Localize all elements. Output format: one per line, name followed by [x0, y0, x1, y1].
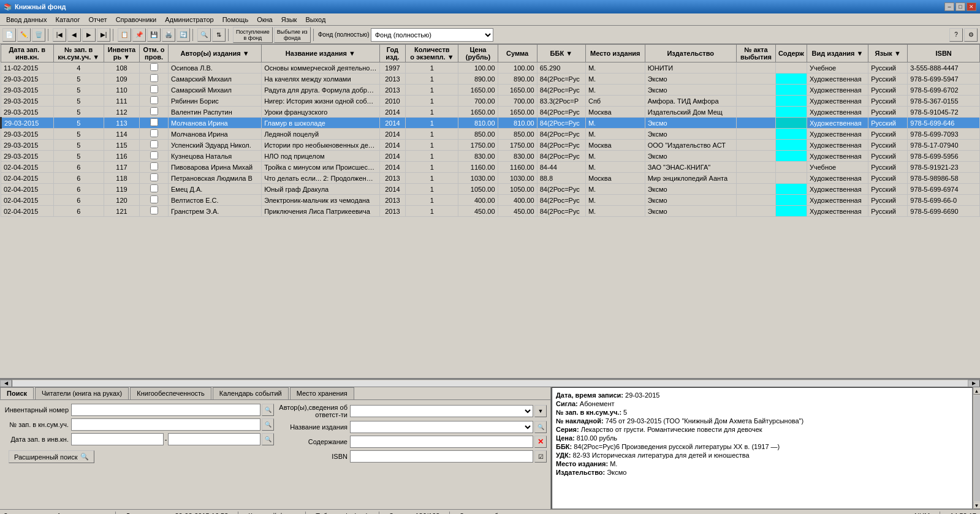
menu-item-data[interactable]: Ввод данных: [2, 15, 51, 25]
date-to-input[interactable]: [168, 433, 260, 445]
author-combo[interactable]: [350, 405, 533, 417]
col-price[interactable]: Цена(рубль): [458, 45, 498, 62]
row-checkbox[interactable]: [150, 140, 158, 148]
col-inv[interactable]: Инвентарь ▼: [104, 45, 139, 62]
col-lang[interactable]: Язык ▼: [868, 45, 908, 62]
menu-item-help[interactable]: Помощь: [219, 15, 253, 25]
paste-btn[interactable]: 📌: [132, 28, 146, 42]
menu-item-report[interactable]: Отчет: [85, 15, 111, 25]
table-row[interactable]: 29-03-20155113Молчанова ИринаГламур в шо…: [1, 118, 980, 129]
author-search-btn[interactable]: ▼: [534, 405, 547, 417]
row-checkbox[interactable]: [150, 118, 158, 126]
row-checkbox[interactable]: [150, 107, 158, 115]
tab-readers[interactable]: Читатели (книга на руках): [35, 387, 129, 399]
tab-search[interactable]: Поиск: [0, 387, 34, 399]
inv-input[interactable]: [71, 404, 260, 416]
row-checkbox[interactable]: [150, 173, 158, 181]
delete-btn[interactable]: 🗑️: [32, 28, 45, 42]
table-row[interactable]: 29-03-20155116Кузнецова НатальяНЛО под п…: [1, 151, 980, 162]
col-year[interactable]: Годизд.: [379, 45, 406, 62]
scroll-left-btn[interactable]: ◀: [0, 380, 12, 387]
content-input[interactable]: [350, 436, 533, 448]
table-row[interactable]: 29-03-20155114Молчанова ИринаЛедяной поц…: [1, 129, 980, 140]
col-qty[interactable]: Количество экземпл. ▼: [406, 45, 458, 62]
menu-item-lang[interactable]: Язык: [278, 15, 301, 25]
row-checkbox[interactable]: [150, 151, 158, 159]
row-checkbox[interactable]: [150, 74, 158, 82]
table-row[interactable]: 11-02-20154108Осипова Л.В.Основы коммерч…: [1, 62, 980, 74]
filter-btn[interactable]: 🔍: [197, 28, 211, 42]
col-isbn[interactable]: ISBN: [908, 45, 980, 62]
menu-item-catalog[interactable]: Каталог: [52, 15, 84, 25]
col-author[interactable]: Автор(ы) издания ▼: [169, 45, 262, 62]
row-checkbox[interactable]: [150, 85, 158, 93]
prev-btn[interactable]: ◀: [67, 28, 81, 42]
content-delete-btn[interactable]: ✕: [534, 436, 547, 448]
row-checkbox[interactable]: [150, 195, 158, 203]
isbn-input[interactable]: [350, 450, 533, 463]
copy-btn[interactable]: 📋: [118, 28, 131, 42]
col-bbk[interactable]: ББК ▼: [537, 45, 585, 62]
table-row[interactable]: 29-03-20155112Валентин РаспутинУроки фра…: [1, 107, 980, 118]
table-row[interactable]: 02-04-20156118Петрановская Людмила ВЧто …: [1, 173, 980, 184]
incoming-btn[interactable]: Поступление в фонд: [233, 27, 273, 43]
refresh-btn[interactable]: 🔄: [177, 28, 190, 42]
table-row[interactable]: 29-03-20155109Самарский МихаилНа качелях…: [1, 74, 980, 85]
rec-search-btn[interactable]: 🔍: [262, 418, 274, 431]
last-btn[interactable]: ▶|: [97, 28, 110, 42]
tab-book-supply[interactable]: Книгообеспеченность: [130, 387, 211, 399]
row-checkbox[interactable]: [150, 184, 158, 192]
menu-item-admin[interactable]: Администратор: [161, 15, 217, 25]
col-place[interactable]: Место издания: [585, 45, 645, 62]
tab-location[interactable]: Место хранения: [290, 387, 354, 399]
scroll-up-btn[interactable]: ▲: [973, 387, 981, 395]
date-search-btn[interactable]: 🔍: [262, 433, 274, 445]
menu-item-windows[interactable]: Окна: [253, 15, 276, 25]
col-publisher[interactable]: Издательство: [645, 45, 736, 62]
col-rec[interactable]: № зап. вкн.сум.уч. ▼: [53, 45, 104, 62]
col-act[interactable]: № актавыбытия: [736, 45, 775, 62]
menu-item-references[interactable]: Справочники: [112, 15, 161, 25]
help-icon[interactable]: ?: [949, 28, 963, 42]
title-search-btn[interactable]: 🔍: [534, 421, 547, 433]
table-row[interactable]: 29-03-20155115Успенский Эдуард Никол.Ист…: [1, 140, 980, 151]
edit-btn[interactable]: ✏️: [17, 28, 31, 42]
date-from-input[interactable]: [71, 433, 164, 445]
print-btn[interactable]: 🖨️: [162, 28, 175, 42]
scroll-right-btn[interactable]: ▶: [968, 380, 980, 387]
minimize-button[interactable]: –: [944, 2, 954, 11]
fund-dropdown[interactable]: Фонд (полностью): [371, 28, 493, 42]
tab-calendar[interactable]: Календарь событий: [213, 387, 289, 399]
maximize-button[interactable]: □: [955, 2, 965, 11]
isbn-check-btn[interactable]: ☑: [534, 450, 547, 463]
next-btn[interactable]: ▶: [82, 28, 96, 42]
outgoing-btn[interactable]: Выбытие из фонда: [274, 27, 311, 43]
title-combo[interactable]: [350, 421, 533, 433]
table-row[interactable]: 29-03-20155110Самарский МихаилРадуга для…: [1, 85, 980, 96]
col-content[interactable]: Содерж: [775, 45, 807, 62]
table-row[interactable]: 02-04-20156120Велтистов Е.С.Электроник-м…: [1, 195, 980, 206]
info-scrollbar[interactable]: ▲ ▼: [973, 387, 980, 509]
col-check[interactable]: Отм. опров.: [140, 45, 169, 62]
inv-search-btn[interactable]: 🔍: [262, 404, 274, 416]
data-table-container[interactable]: Дата зап. винв.кн. № зап. вкн.сум.уч. ▼ …: [0, 44, 980, 379]
table-row[interactable]: 02-04-20156119Емец Д.А.Юный граф Дракула…: [1, 184, 980, 195]
settings-icon[interactable]: ⚙: [964, 28, 978, 42]
row-checkbox[interactable]: [150, 162, 158, 170]
table-row[interactable]: 02-04-20156121Гранстрем Э.А.Приключения …: [1, 206, 980, 217]
col-title[interactable]: Название издания ▼: [262, 45, 379, 62]
col-type[interactable]: Вид издания ▼: [807, 45, 868, 62]
scroll-down-btn[interactable]: ▼: [973, 502, 981, 509]
sort-btn[interactable]: ⇅: [212, 28, 226, 42]
menu-item-exit[interactable]: Выход: [302, 15, 329, 25]
first-btn[interactable]: |◀: [53, 28, 66, 42]
row-checkbox[interactable]: [150, 63, 158, 71]
new-record-btn[interactable]: 📄: [2, 28, 16, 42]
save-btn[interactable]: 💾: [147, 28, 161, 42]
advanced-search-button[interactable]: Расширенный поиск 🔍: [9, 450, 94, 463]
table-row[interactable]: 02-04-20156117Пивоварова Ирина МихайТрой…: [1, 162, 980, 173]
close-button[interactable]: ✕: [967, 2, 976, 11]
table-row[interactable]: 29-03-20155111Рябинин БорисНигер: Истори…: [1, 96, 980, 107]
col-date[interactable]: Дата зап. винв.кн.: [1, 45, 54, 62]
row-checkbox[interactable]: [150, 206, 158, 214]
